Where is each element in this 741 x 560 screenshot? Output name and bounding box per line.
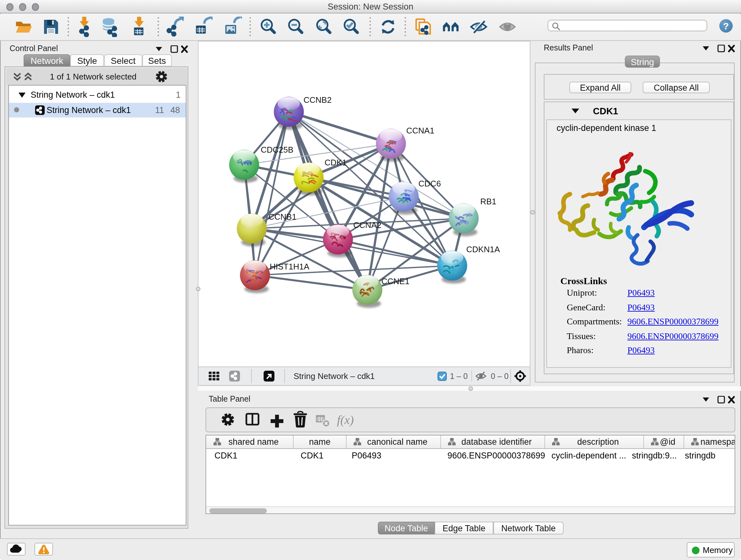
svg-text:CDC6: CDC6	[418, 179, 441, 188]
svg-text:description: description	[577, 437, 619, 447]
svg-text:CCNB2: CCNB2	[304, 95, 332, 105]
svg-text:f(x): f(x)	[337, 413, 354, 427]
svg-text:shared name: shared name	[228, 437, 279, 447]
svg-text:CCNA2: CCNA2	[353, 220, 381, 230]
svg-text:CCNE1: CCNE1	[381, 276, 409, 286]
svg-text:@id: @id	[660, 437, 675, 447]
svg-text:CDKN1A: CDKN1A	[466, 244, 500, 254]
svg-text:String Network – cdk1: String Network – cdk1	[293, 371, 375, 381]
svg-text:1 of 1 Network selected: 1 of 1 Network selected	[50, 72, 137, 81]
svg-text:HIST1H1A: HIST1H1A	[270, 261, 310, 271]
svg-text:1 – 0: 1 – 0	[450, 372, 468, 381]
svg-text:CDK1: CDK1	[325, 158, 347, 167]
svg-text:name: name	[309, 437, 330, 447]
svg-text:0 – 0: 0 – 0	[491, 372, 509, 381]
svg-text:namespace: namespace	[700, 437, 734, 447]
svg-text:CCNA1: CCNA1	[406, 125, 434, 135]
svg-text:CCNB1: CCNB1	[268, 212, 296, 221]
svg-text:database identifier: database identifier	[461, 437, 532, 447]
svg-text:canonical name: canonical name	[367, 437, 427, 447]
svg-text:RB1: RB1	[480, 196, 496, 206]
svg-text:CDC25B: CDC25B	[261, 145, 293, 154]
